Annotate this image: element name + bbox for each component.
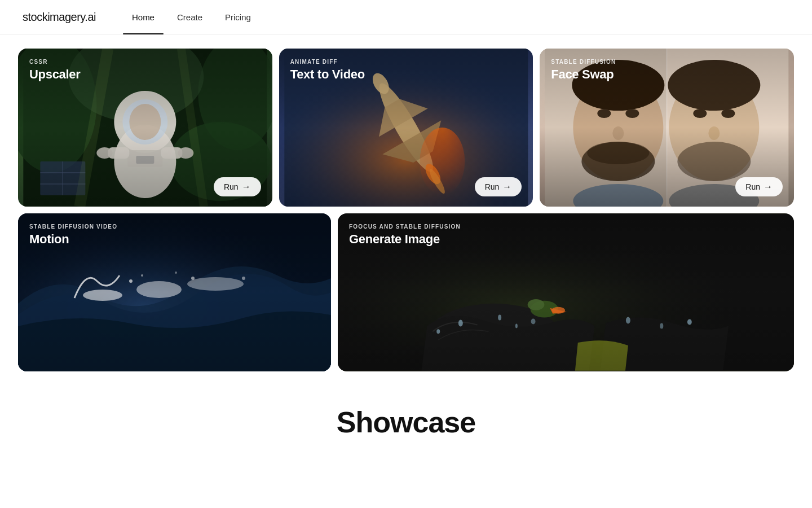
card-face-swap-tag: STABLE DIFFUSION <box>551 59 783 65</box>
logo-text: stockimagery.ai <box>23 11 96 23</box>
arrow-right-icon: → <box>242 182 251 192</box>
card-face-swap-content: STABLE DIFFUSION Face Swap Run → <box>540 49 794 207</box>
arrow-right-icon-3: → <box>764 182 773 192</box>
nav-home[interactable]: Home <box>123 8 164 27</box>
card-upscaler-content: CSSR Upscaler Run → <box>18 49 272 207</box>
card-motion-header: STABLE DIFFUSION VIDEO Motion <box>29 224 320 247</box>
card-text-to-video-tag: ANIMATE DIFF <box>290 59 522 65</box>
card-text-to-video-header: ANIMATE DIFF Text to Video <box>290 59 522 82</box>
nav-create[interactable]: Create <box>168 8 211 27</box>
card-generate-tag: FOOCUS AND STABLE DIFFUSION <box>349 224 783 230</box>
nav-pricing[interactable]: Pricing <box>216 8 260 27</box>
card-motion-content: STABLE DIFFUSION VIDEO Motion <box>18 213 331 371</box>
navbar: stockimagery.ai Home Create Pricing <box>0 0 812 35</box>
cards-row2: STABLE DIFFUSION VIDEO Motion <box>0 213 812 371</box>
cards-row1: CSSR Upscaler Run → <box>0 35 812 207</box>
card-text-to-video-content: ANIMATE DIFF Text to Video Run → <box>279 49 533 207</box>
run-textvideo-label: Run <box>485 182 500 191</box>
card-upscaler-header: CSSR Upscaler <box>29 59 261 82</box>
card-motion-title: Motion <box>29 232 320 247</box>
card-upscaler-tag: CSSR <box>29 59 261 65</box>
card-text-to-video[interactable]: ANIMATE DIFF Text to Video Run → <box>279 49 533 207</box>
run-upscaler-button[interactable]: Run → <box>214 177 261 196</box>
run-upscaler-label: Run <box>224 182 239 191</box>
card-face-swap[interactable]: STABLE DIFFUSION Face Swap Run → <box>540 49 794 207</box>
logo: stockimagery.ai <box>23 11 96 24</box>
card-generate-content: FOOCUS AND STABLE DIFFUSION Generate Ima… <box>338 213 794 371</box>
run-textvideo-button[interactable]: Run → <box>475 177 522 196</box>
card-text-to-video-title: Text to Video <box>290 67 522 82</box>
run-faceswap-button[interactable]: Run → <box>735 177 783 196</box>
card-generate-title: Generate Image <box>349 232 783 247</box>
arrow-right-icon-2: → <box>502 182 511 192</box>
card-generate-header: FOOCUS AND STABLE DIFFUSION Generate Ima… <box>349 224 783 247</box>
card-motion-tag: STABLE DIFFUSION VIDEO <box>29 224 320 230</box>
run-faceswap-label: Run <box>745 182 760 191</box>
card-upscaler[interactable]: CSSR Upscaler Run → <box>18 49 272 207</box>
card-face-swap-title: Face Swap <box>551 67 783 82</box>
showcase-title: Showcase <box>0 405 812 439</box>
nav-links: Home Create Pricing <box>123 8 260 27</box>
card-motion[interactable]: STABLE DIFFUSION VIDEO Motion <box>18 213 331 371</box>
showcase-section: Showcase <box>0 371 812 450</box>
card-face-swap-header: STABLE DIFFUSION Face Swap <box>551 59 783 82</box>
card-generate-image[interactable]: FOOCUS AND STABLE DIFFUSION Generate Ima… <box>338 213 794 371</box>
card-upscaler-title: Upscaler <box>29 67 261 82</box>
